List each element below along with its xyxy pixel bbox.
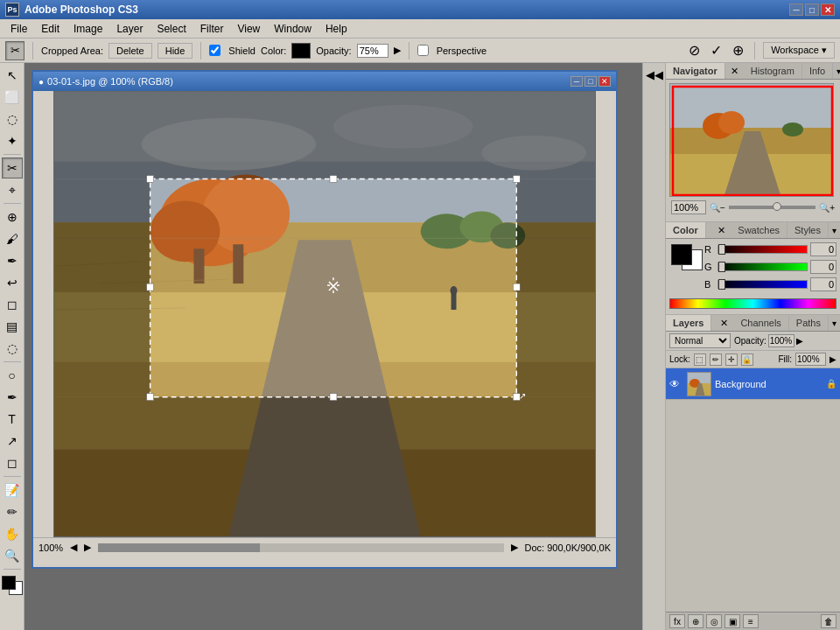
perspective-checkbox[interactable] [417,45,429,56]
menu-file[interactable]: File [4,21,34,37]
tab-swatches[interactable]: Swatches [731,222,788,238]
lock-position-icon[interactable]: ✛ [725,354,738,366]
layer-eye-icon[interactable]: 👁 [669,378,683,390]
tab-navigator[interactable]: Navigator [666,63,725,79]
dodge-tool[interactable]: ○ [2,365,23,386]
lock-all-icon[interactable]: 🔒 [741,354,753,366]
close-button[interactable]: ✕ [821,4,835,16]
zoom-in-icon[interactable]: 🔍+ [819,203,835,213]
delete-button[interactable]: Delete [108,43,152,59]
crop-confirm-icon[interactable]: ⊘ [689,42,700,59]
menu-edit[interactable]: Edit [34,21,66,37]
doc-close-button[interactable]: ✕ [598,76,611,87]
menu-help[interactable]: Help [318,21,354,37]
fg-bg-colors[interactable] [2,576,23,595]
tab-histogram[interactable]: Histogram [744,63,802,79]
g-thumb[interactable] [718,262,725,272]
tab-layers[interactable]: Layers [666,315,711,331]
menu-image[interactable]: Image [66,21,109,37]
lasso-tool[interactable]: ◌ [2,108,23,130]
layer-delete-button[interactable]: 🗑 [821,614,836,628]
menu-layer[interactable]: Layer [109,21,150,37]
r-thumb[interactable] [718,244,725,255]
menu-view[interactable]: View [230,21,267,37]
status-arrow-right[interactable]: ▶ [84,542,91,553]
path-selection-tool[interactable]: ↗ [2,430,23,452]
pen-tool[interactable]: ✒ [2,387,23,408]
layer-background[interactable]: 👁 Background 🔒 [666,368,840,400]
marquee-tool[interactable]: ⬜ [2,87,23,108]
fill-value-input[interactable]: 100% [795,353,826,366]
tab-info[interactable]: Info [802,63,833,79]
r-value-input[interactable]: 0 [810,242,836,256]
color-fg-swatch[interactable] [671,244,692,265]
opacity-input[interactable]: 75% [357,44,388,58]
nav-slider[interactable] [729,206,816,209]
collapse-panels-icon[interactable]: ◀◀ [645,65,664,84]
doc-minimize-button[interactable]: ─ [570,76,583,87]
doc-maximize-button[interactable]: □ [584,76,597,87]
gradient-tool[interactable]: ▤ [2,316,23,337]
maximize-button[interactable]: □ [805,4,819,16]
opacity-value-input[interactable]: 100% [768,334,794,347]
shield-checkbox[interactable] [209,45,220,56]
layer-mask-button[interactable]: ⊕ [688,614,704,628]
nav-slider-thumb[interactable] [773,202,781,211]
r-slider[interactable] [718,245,808,254]
notes-tool[interactable]: 📝 [2,480,23,500]
magic-wand-tool[interactable]: ✦ [2,130,23,151]
layers-menu-btn[interactable]: ▾ [829,317,840,330]
navigator-menu-btn[interactable]: ▾ [833,65,840,78]
color-spectrum-bar[interactable] [669,298,836,309]
opacity-arrow-icon[interactable]: ▶ [796,336,803,346]
layer-group-button[interactable]: ▣ [724,614,740,628]
hand-tool[interactable]: ✋ [2,523,23,544]
eyedropper-tool[interactable]: ✏ [2,501,23,522]
opacity-arrow[interactable]: ▶ [394,45,401,56]
lock-transparency-icon[interactable]: ⬚ [694,354,706,366]
tab-styles[interactable]: Styles [788,222,829,238]
status-arrow-left[interactable]: ◀ [70,542,77,553]
brush-tool[interactable]: 🖌 [2,228,23,249]
menu-window[interactable]: Window [267,21,318,37]
crop-apply-icon[interactable]: ✓ [710,42,722,59]
color-menu-btn[interactable]: ▾ [829,224,840,237]
zoom-tool[interactable]: 🔍 [2,545,23,566]
layer-new-button[interactable]: ≡ [743,614,759,628]
menu-filter[interactable]: Filter [193,21,231,37]
tab-paths[interactable]: Paths [789,315,829,331]
navigator-close[interactable]: ✕ [725,64,744,79]
b-slider[interactable] [718,280,808,289]
tab-color[interactable]: Color [666,222,706,238]
type-tool[interactable]: T [2,409,23,430]
color-close[interactable]: ✕ [712,223,731,238]
image-canvas[interactable]: ↗ [53,91,596,537]
color-swatch[interactable] [291,43,311,59]
crop-tool[interactable]: ✂ [2,158,23,178]
lock-pixels-icon[interactable]: ✏ [710,354,722,366]
zoom-out-icon[interactable]: 🔍− [710,203,725,213]
g-slider[interactable] [718,262,808,271]
hide-button[interactable]: Hide [158,43,193,59]
heal-tool[interactable]: ⊕ [2,206,23,228]
minimize-button[interactable]: ─ [789,4,803,16]
tab-channels[interactable]: Channels [733,315,788,331]
status-arrow-end[interactable]: ▶ [511,542,518,553]
workspace-button[interactable]: Workspace ▾ [763,42,835,59]
layer-adjustment-button[interactable]: ◎ [706,614,722,628]
move-tool[interactable]: ↖ [2,65,23,86]
layer-fx-button[interactable]: fx [669,614,685,628]
clone-tool[interactable]: ✒ [2,250,23,271]
shape-tool[interactable]: ◻ [2,452,23,473]
fill-arrow-icon[interactable]: ▶ [830,354,836,364]
menu-select[interactable]: Select [150,21,192,37]
nav-zoom-input[interactable]: 100% [671,200,706,214]
eraser-tool[interactable]: ◻ [2,294,23,315]
layers-close[interactable]: ✕ [715,316,733,331]
b-value-input[interactable]: 0 [810,277,836,291]
blend-mode-select[interactable]: Normal Multiply Screen Overlay [669,333,731,348]
foreground-color-swatch[interactable] [2,576,16,590]
color-fg-bg[interactable] [671,244,703,270]
crop-move-icon[interactable]: ⊕ [732,42,744,59]
history-brush-tool[interactable]: ↩ [2,272,23,293]
